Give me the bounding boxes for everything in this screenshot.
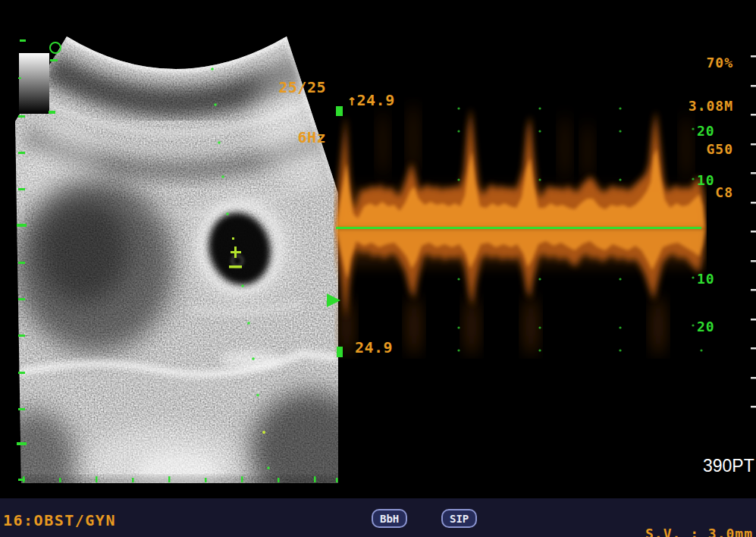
bbh-button[interactable]: BbH — [372, 509, 407, 528]
velocity-scale-top: ↑24.9 — [347, 92, 395, 108]
power-percent-label: 70% — [689, 55, 733, 70]
cine-frame-label: 25/25 — [250, 79, 326, 96]
ultrasound-screen: { "header": { "power_pct": "70%", "tx_fr… — [0, 0, 756, 537]
axis-tick-minus20: 20 — [697, 319, 715, 334]
screen-graphics — [0, 0, 756, 537]
sip-button[interactable]: SIP — [441, 509, 477, 528]
spectral-bottom-marker — [337, 347, 343, 357]
grayscale-reference-bar — [19, 53, 49, 114]
spectral-top-marker — [336, 106, 343, 116]
gain-label: G50 — [689, 142, 733, 156]
doppler-gate-info: S.V. : 3.0mm Depth: 5.3cm — [645, 498, 756, 537]
sample-volume-label: S.V. : 3.0mm — [645, 526, 756, 537]
orientation-marker-icon — [50, 42, 61, 53]
axis-tick-minus10: 10 — [697, 271, 715, 287]
exam-preset-label: 16:OBST/GYN — [3, 511, 116, 529]
axis-tick-plus10: 10 — [697, 172, 715, 188]
watermark-label: 390PT — [703, 456, 754, 476]
doppler-baseline[interactable] — [336, 227, 701, 229]
right-edge-ticks — [751, 55, 756, 408]
frame-info: 25/25 6Hz — [250, 46, 326, 162]
velocity-scale-bottom: 24.9 — [355, 339, 393, 356]
frame-rate-label: 6Hz — [250, 129, 326, 146]
tx-frequency-label: 3.08M — [689, 99, 733, 113]
axis-tick-plus20: 20 — [697, 123, 715, 139]
doppler-spectrum — [336, 102, 705, 356]
